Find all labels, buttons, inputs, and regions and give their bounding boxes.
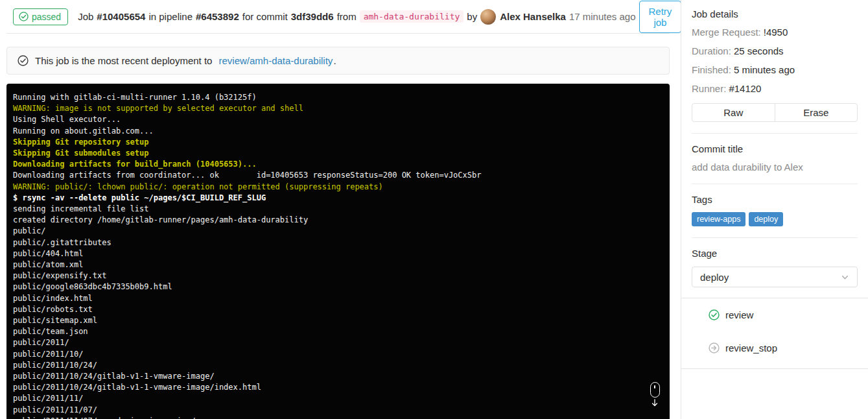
- log-actions: Raw Erase: [692, 103, 858, 122]
- scroll-to-bottom-button[interactable]: [647, 382, 663, 407]
- in-pipeline-words: in pipeline: [148, 11, 193, 22]
- log-line: public/2011/10/24/gitlab-v1-1-vmware-ima…: [13, 371, 648, 382]
- mouse-scroll-icon: [650, 382, 660, 398]
- main-column: passed Job #10405654 in pipeline #645389…: [6, 0, 670, 419]
- log-line: public/2011/10/24/gitlab-v1-1-vmware-ima…: [13, 382, 648, 393]
- divider: [692, 184, 858, 184]
- detail-value: #14120: [729, 83, 761, 94]
- log-line: public/expensify.txt: [13, 270, 648, 281]
- log-line: Running with gitlab-ci-multi-runner 1.10…: [13, 92, 648, 103]
- build-name: review: [725, 309, 753, 320]
- log-line: public/index.html: [13, 293, 648, 304]
- pipeline-id-link[interactable]: #6453892: [196, 11, 239, 22]
- job-detail-row: Duration:25 seconds: [692, 45, 858, 57]
- time-ago: 17 minutes ago: [569, 11, 636, 22]
- divider: [681, 368, 868, 369]
- log-line: public/2011/10/: [13, 349, 648, 360]
- log-line: WARNING: image is not supported by selec…: [13, 103, 648, 114]
- log-line: public/sitemap.xml: [13, 315, 648, 326]
- stage-dropdown[interactable]: deploy: [692, 267, 858, 287]
- status-manual-icon: [709, 342, 720, 353]
- check-circle-icon: [19, 12, 29, 21]
- detail-label: Runner:: [692, 83, 726, 94]
- detail-label: Duration:: [692, 45, 731, 56]
- log-line: public/atom.xml: [13, 259, 648, 270]
- job-log: Running with gitlab-ci-multi-runner 1.10…: [6, 84, 670, 419]
- status-badge[interactable]: passed: [13, 8, 68, 25]
- log-line: public/.gitattributes: [13, 237, 648, 248]
- erase-button[interactable]: Erase: [775, 103, 858, 122]
- status-success-icon: [709, 309, 720, 320]
- log-line: public/2011/: [13, 337, 648, 348]
- deployment-notice: This job is the most recent deployment t…: [6, 47, 670, 75]
- stage-selected-value: deploy: [700, 272, 729, 283]
- detail-label: Finished:: [692, 64, 731, 75]
- log-line: created directory /home/gitlab-runner/pa…: [13, 215, 648, 226]
- log-line: Running on about.gitlab.com...: [13, 126, 648, 137]
- log-line: Skipping Git repository setup: [13, 137, 648, 148]
- job-page: passed Job #10405654 in pipeline #645389…: [0, 0, 868, 419]
- log-line: sending incremental file list: [13, 204, 648, 215]
- for-commit-words: for commit: [242, 11, 288, 22]
- build-item-review[interactable]: review: [681, 298, 868, 331]
- log-line: public/google863dbc4b7335b0b9.html: [13, 281, 648, 293]
- retry-job-button[interactable]: Retry job: [639, 1, 682, 33]
- environment-link[interactable]: review/amh-data-durability: [218, 55, 333, 66]
- log-line: Skipping Git submodules setup: [13, 148, 648, 159]
- commit-title-heading: Commit title: [692, 143, 858, 154]
- build-header-text: Job #10405654 in pipeline #6453892 for c…: [78, 9, 639, 25]
- divider: [692, 237, 858, 238]
- log-line: public/404.html: [13, 248, 648, 259]
- log-line: public/2011/11/: [13, 393, 648, 404]
- branch-ref-badge[interactable]: amh-data-durability: [360, 10, 464, 23]
- tag-badge: deploy: [749, 212, 783, 226]
- stage-heading: Stage: [692, 248, 858, 259]
- job-word: Job: [78, 11, 93, 22]
- log-line: Using Shell executor...: [13, 114, 648, 125]
- detail-value: !4950: [764, 27, 788, 38]
- job-log-lines: Running with gitlab-ci-multi-runner 1.10…: [13, 92, 648, 419]
- log-line: public/2011/10/24/: [13, 360, 648, 371]
- log-line: public/robots.txt: [13, 304, 648, 315]
- build-item-review_stop[interactable]: review_stop: [681, 331, 868, 365]
- status-label: passed: [32, 12, 61, 22]
- chevron-down-icon: [841, 273, 849, 281]
- author-avatar[interactable]: [480, 9, 496, 25]
- job-details-heading: Job details: [692, 0, 858, 19]
- log-line: Downloading artifacts for build_branch (…: [13, 159, 648, 170]
- log-line: $ rsync -av --delete public ~/pages/$CI_…: [13, 193, 648, 204]
- from-word: from: [337, 11, 357, 22]
- detail-value: 5 minutes ago: [734, 64, 795, 75]
- by-word: by: [467, 11, 477, 22]
- log-line: public/2011/11/07/new-design-is-coming/: [13, 416, 648, 419]
- divider: [692, 133, 858, 134]
- check-circle-icon: [18, 55, 29, 66]
- commit-title-text: add data durability to Alex: [692, 162, 858, 173]
- job-details-list: Merge Request:!4950Duration:25 secondsFi…: [692, 26, 858, 95]
- tag-badge: review-apps: [692, 212, 745, 226]
- author-name[interactable]: Alex Hanselka: [500, 11, 566, 22]
- log-line: public/team.json: [13, 326, 648, 337]
- job-detail-row: Runner:#14120: [692, 82, 858, 95]
- commit-sha-link[interactable]: 3df39dd6: [291, 11, 334, 22]
- build-header: passed Job #10405654 in pipeline #645389…: [6, 0, 670, 34]
- log-line: public/: [13, 226, 648, 237]
- job-detail-row: Finished:5 minutes ago: [692, 64, 858, 76]
- log-line: public/2011/11/07/: [13, 405, 648, 416]
- job-detail-row: Merge Request:!4950: [692, 26, 858, 38]
- tags-list: review-appsdeploy: [692, 212, 858, 226]
- build-name: review_stop: [725, 342, 777, 353]
- notice-period: .: [333, 55, 336, 66]
- detail-value: 25 seconds: [734, 45, 784, 56]
- tags-heading: Tags: [692, 194, 858, 205]
- job-id-link[interactable]: #10405654: [97, 11, 145, 22]
- stage-builds-list: reviewreview_stop: [681, 298, 868, 365]
- arrow-down-icon: [651, 399, 659, 407]
- deployment-notice-text: This job is the most recent deployment t…: [35, 55, 212, 66]
- detail-label: Merge Request:: [692, 27, 761, 38]
- log-line: WARNING: public/: lchown public/: operat…: [13, 182, 648, 193]
- raw-button[interactable]: Raw: [692, 103, 775, 122]
- job-sidebar: Job details Merge Request:!4950Duration:…: [681, 0, 868, 419]
- log-line: Downloading artifacts from coordinator..…: [13, 170, 648, 181]
